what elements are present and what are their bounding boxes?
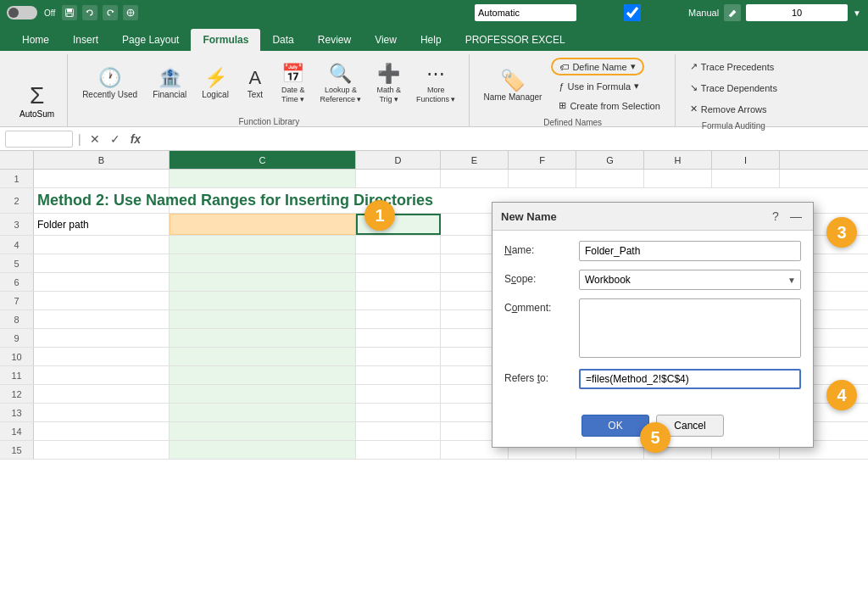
col-header-g[interactable]: G bbox=[576, 151, 644, 169]
lookup-ref-button[interactable]: 🔍 Lookup &Reference ▾ bbox=[314, 54, 367, 114]
ok-button[interactable]: OK bbox=[581, 415, 649, 437]
tab-page-layout[interactable]: Page Layout bbox=[110, 29, 191, 51]
cell-d1[interactable] bbox=[356, 170, 441, 187]
cell-b4[interactable] bbox=[34, 236, 170, 254]
cancel-button[interactable]: Cancel bbox=[656, 415, 724, 437]
text-button[interactable]: A Text bbox=[238, 54, 272, 114]
row-header-4: 4 bbox=[0, 236, 34, 254]
logical-button[interactable]: ⚡ Logical bbox=[196, 54, 235, 114]
formula-input[interactable] bbox=[149, 131, 863, 147]
name-field[interactable] bbox=[579, 241, 801, 261]
refers-to-label: Refers to: bbox=[504, 369, 572, 384]
trace-dependents-button[interactable]: ↘ Trace Dependents bbox=[684, 79, 783, 97]
cell-g1[interactable] bbox=[576, 170, 644, 187]
autosum-group: Σ AutoSum bbox=[7, 54, 68, 126]
dialog-titlebar: New Name ? — bbox=[492, 203, 813, 231]
col-header-b[interactable]: B bbox=[34, 151, 170, 169]
formula-bar: | ✕ ✓ fx bbox=[0, 127, 868, 151]
col-header-f[interactable]: F bbox=[509, 151, 576, 169]
row-header-12: 12 bbox=[0, 385, 34, 403]
dialog-minimize-button[interactable]: — bbox=[787, 208, 804, 225]
tab-help[interactable]: Help bbox=[409, 29, 453, 51]
recently-used-button[interactable]: 🕐 Recently Used bbox=[76, 54, 143, 114]
use-in-formula-row: ƒ Use in Formula ▾ bbox=[551, 77, 667, 95]
cell-c4[interactable] bbox=[170, 236, 356, 254]
defined-names-label: Defined Names bbox=[543, 118, 602, 130]
save-icon[interactable] bbox=[62, 5, 77, 20]
defined-names-content: 🏷️ Name Manager 🏷 Define Name ▾ ƒ Use in… bbox=[478, 54, 668, 118]
autocomplete-input[interactable] bbox=[475, 4, 576, 21]
name-field-label: Name: bbox=[504, 241, 572, 256]
date-time-label: Date &Time ▾ bbox=[281, 86, 305, 104]
cell-b3[interactable]: Folder path bbox=[34, 214, 170, 235]
define-name-arrow: ▾ bbox=[631, 61, 636, 72]
table-row: 1 bbox=[0, 170, 868, 188]
row-header-14: 14 bbox=[0, 422, 34, 440]
date-time-button[interactable]: 📅 Date &Time ▾ bbox=[275, 54, 311, 114]
cell-d3[interactable] bbox=[356, 214, 441, 235]
financial-button[interactable]: 🏦 Financial bbox=[147, 54, 192, 114]
tab-data[interactable]: Data bbox=[260, 29, 305, 51]
tab-insert[interactable]: Insert bbox=[61, 29, 110, 51]
insert-function-icon[interactable]: fx bbox=[127, 131, 144, 148]
cell-b1[interactable] bbox=[34, 170, 170, 187]
tab-professor-excel[interactable]: PROFESSOR EXCEL bbox=[453, 29, 577, 51]
defined-names-group: 🏷️ Name Manager 🏷 Define Name ▾ ƒ Use in… bbox=[471, 54, 676, 126]
font-size-dropdown[interactable]: ▼ bbox=[853, 8, 861, 18]
tab-view[interactable]: View bbox=[363, 29, 409, 51]
tab-formulas[interactable]: Formulas bbox=[191, 29, 260, 51]
scope-select[interactable]: Workbook bbox=[579, 270, 801, 290]
customize-icon[interactable] bbox=[123, 5, 138, 20]
undo-icon[interactable] bbox=[82, 5, 97, 20]
svg-rect-2 bbox=[67, 14, 72, 17]
math-trig-button[interactable]: ➕ Math &Trig ▾ bbox=[370, 54, 407, 114]
col-header-h[interactable]: H bbox=[644, 151, 712, 169]
tab-home[interactable]: Home bbox=[10, 29, 61, 51]
cell-h1[interactable] bbox=[644, 170, 712, 187]
use-in-formula-button[interactable]: ƒ Use in Formula ▾ bbox=[551, 77, 647, 95]
define-name-label: Define Name bbox=[572, 62, 626, 72]
tab-review[interactable]: Review bbox=[306, 29, 363, 51]
comment-row: Comment: bbox=[504, 298, 801, 360]
cancel-formula-icon[interactable]: ✕ bbox=[86, 131, 103, 148]
define-name-row: 🏷 Define Name ▾ bbox=[551, 58, 667, 75]
recently-used-label: Recently Used bbox=[82, 90, 137, 100]
more-functions-button[interactable]: ⋯ MoreFunctions ▾ bbox=[410, 54, 462, 114]
col-header-c[interactable]: C bbox=[170, 151, 356, 169]
cell-c3[interactable] bbox=[170, 214, 356, 235]
redo-icon[interactable] bbox=[103, 5, 118, 20]
col-header-d[interactable]: D bbox=[356, 151, 441, 169]
col-header-e[interactable]: E bbox=[441, 151, 509, 169]
autosum-button[interactable]: Σ AutoSum bbox=[14, 78, 60, 123]
define-name-button[interactable]: 🏷 Define Name ▾ bbox=[551, 58, 643, 75]
col-header-i[interactable]: I bbox=[712, 151, 780, 169]
name-manager-label: Name Manager bbox=[484, 92, 542, 102]
cell-b2[interactable]: Method 2: Use Named Ranges for Inserting… bbox=[34, 188, 170, 213]
cell-i1[interactable] bbox=[712, 170, 780, 187]
new-name-dialog[interactable]: New Name ? — Name: Scope: Workbook bbox=[492, 202, 814, 448]
section-title: Method 2: Use Named Ranges for Inserting… bbox=[37, 192, 433, 209]
scope-field-label: Scope: bbox=[504, 270, 572, 285]
formula-bar-icons: ✕ ✓ fx bbox=[86, 131, 144, 148]
title-bar-right: Manual ▼ bbox=[475, 4, 861, 21]
trace-precedents-button[interactable]: ↗ Trace Precedents bbox=[684, 58, 783, 75]
confirm-formula-icon[interactable]: ✓ bbox=[107, 131, 124, 148]
comment-field[interactable] bbox=[579, 298, 801, 358]
cell-e1[interactable] bbox=[441, 170, 509, 187]
toggle-switch[interactable] bbox=[7, 6, 37, 20]
cell-d4[interactable] bbox=[356, 236, 441, 254]
manual-checkbox[interactable] bbox=[581, 4, 683, 21]
create-from-selection-button[interactable]: ⊞ Create from Selection bbox=[551, 97, 667, 114]
font-size-input[interactable] bbox=[746, 4, 848, 21]
name-manager-button[interactable]: 🏷️ Name Manager bbox=[478, 55, 548, 114]
dialog-help-button[interactable]: ? bbox=[767, 208, 784, 225]
remove-arrows-button[interactable]: ✕ Remove Arrows bbox=[684, 100, 783, 118]
row-header-8: 8 bbox=[0, 310, 34, 328]
dialog-body: Name: Scope: Workbook ▼ Comment: bbox=[492, 231, 813, 408]
cell-f1[interactable] bbox=[509, 170, 576, 187]
cell-c1[interactable] bbox=[170, 170, 356, 187]
refers-to-field[interactable] bbox=[579, 369, 801, 389]
name-box[interactable] bbox=[5, 131, 73, 148]
text-label: Text bbox=[248, 90, 263, 100]
erase-icon[interactable] bbox=[724, 4, 741, 21]
